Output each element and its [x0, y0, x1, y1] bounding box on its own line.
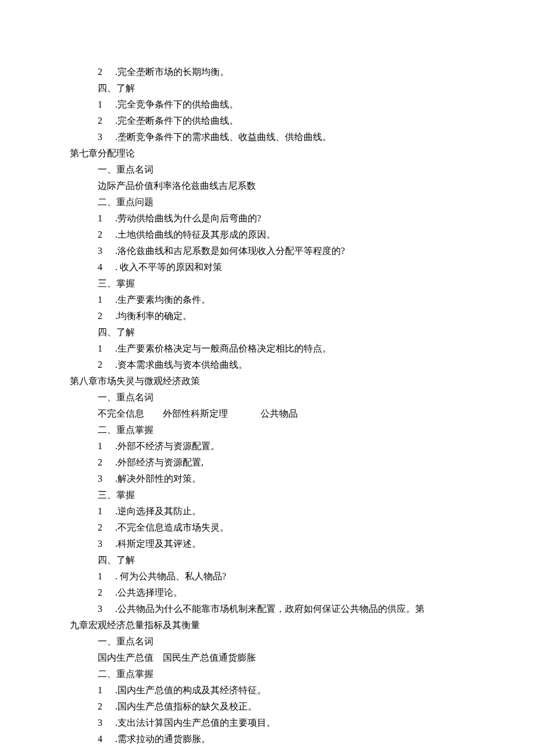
item-text: .均衡利率的确定。 [115, 308, 192, 324]
item-text: .需求拉动的通货膨胀。 [115, 731, 211, 747]
list-item: 3.垄断竞争条件下的需求曲线、收益曲线、供给曲线。 [70, 129, 465, 145]
list-item: 2.完全垄断条件下的供给曲线。 [70, 113, 465, 129]
item-text: .劳动供给曲线为什么是向后弯曲的? [115, 210, 261, 227]
item-text: .支出法计算国内生产总值的主要项目。 [115, 715, 276, 731]
item-text: .资本需求曲线与资本供给曲线。 [115, 357, 248, 373]
text-line: 一、重点名词 [70, 389, 465, 406]
list-item: 3.洛伦兹曲线和吉尼系数是如何体现收入分配平等程度的? [70, 243, 465, 259]
item-number: 4 [98, 259, 115, 275]
item-number: 2 [98, 308, 115, 324]
text-line: 二、重点问题 [70, 194, 465, 210]
item-number: 1 [98, 96, 115, 113]
item-number: 4 [98, 731, 115, 747]
item-text: . 收入不平等的原因和对策 [115, 259, 222, 275]
item-number: 2 [98, 227, 115, 243]
list-item: 1.生产要素价格决定与一般商品价格决定相比的特点。 [70, 341, 465, 357]
item-text: . 何为公共物品、私人物品? [115, 568, 226, 585]
item-text: .逆向选择及其防止。 [115, 503, 201, 519]
list-item: 4.需求拉动的通货膨胀。 [70, 731, 465, 747]
text-line: 九章宏观经济总量指标及其衡量 [70, 617, 465, 633]
item-number: 3 [98, 243, 115, 259]
list-item: 4. 收入不平等的原因和对策 [70, 259, 465, 275]
text-line: 二、重点掌握 [70, 422, 465, 438]
document-page: 2.完全垄断市场的长期均衡。四、了解1.完全竞争条件下的供给曲线。2.完全垄断条… [0, 0, 535, 756]
item-number: 2 [98, 64, 115, 80]
item-number: 3 [98, 129, 115, 145]
list-item: 3.科斯定理及其评述。 [70, 536, 465, 552]
list-item: 2.不完全信息造成市场失灵。 [70, 519, 465, 536]
item-number: 1 [98, 341, 115, 357]
item-text: .生产要素均衡的条件。 [115, 292, 211, 308]
text-line: 边际产品价值利率洛伦兹曲线吉尼系数 [70, 178, 465, 194]
list-item: 2.均衡利率的确定。 [70, 308, 465, 324]
list-item: 1.生产要素均衡的条件。 [70, 292, 465, 308]
item-text: .国内生产总值的构成及其经济特征。 [115, 682, 266, 698]
item-text: .外部经济与资源配置, [115, 454, 204, 471]
item-number: 2 [98, 698, 115, 715]
item-text: .公共物品为什么不能靠市场机制来配置，政府如何保证公共物品的供应。第 [115, 601, 425, 617]
item-text: .外部不经济与资源配置。 [115, 438, 220, 454]
list-item: 1. 何为公共物品、私人物品? [70, 568, 465, 585]
text-line: 四、了解 [70, 552, 465, 568]
text-line: 三、掌握 [70, 487, 465, 503]
item-text: .完全垄断条件下的供给曲线。 [115, 113, 238, 129]
text-line: 一、重点名词 [70, 633, 465, 650]
item-text: .国内生产总值指标的缺欠及校正。 [115, 698, 257, 715]
item-text: .科斯定理及其评述。 [115, 536, 201, 552]
item-number: 1 [98, 682, 115, 698]
list-item: 1.完全竞争条件下的供给曲线。 [70, 96, 465, 113]
list-item: 1.国内生产总值的构成及其经济特征。 [70, 682, 465, 698]
item-number: 2 [98, 454, 115, 471]
list-item: 2.土地供给曲线的特征及其形成的原因。 [70, 227, 465, 243]
text-line: 三、掌握 [70, 275, 465, 292]
item-number: 1 [98, 438, 115, 454]
item-number: 2 [98, 585, 115, 601]
list-item: 3.支出法计算国内生产总值的主要项目。 [70, 715, 465, 731]
item-text: .不完全信息造成市场失灵。 [115, 519, 229, 536]
list-item: 1.劳动供给曲线为什么是向后弯曲的? [70, 210, 465, 227]
item-number: 1 [98, 568, 115, 585]
list-item: 2.外部经济与资源配置, [70, 454, 465, 471]
item-number: 3 [98, 471, 115, 487]
list-item: 2.资本需求曲线与资本供给曲线。 [70, 357, 465, 373]
text-line: 四、了解 [70, 324, 465, 341]
item-number: 3 [98, 715, 115, 731]
text-line: 一、重点名词 [70, 162, 465, 178]
list-item: 2.公共选择理论。 [70, 585, 465, 601]
item-text: .公共选择理论。 [115, 585, 183, 601]
list-item: 2.国内生产总值指标的缺欠及校正。 [70, 698, 465, 715]
list-item: 1.外部不经济与资源配置。 [70, 438, 465, 454]
text-line: 四、了解 [70, 80, 465, 96]
item-text: .土地供给曲线的特征及其形成的原因。 [115, 227, 276, 243]
item-number: 1 [98, 292, 115, 308]
text-line: 二、重点掌握 [70, 666, 465, 682]
text-line: 不完全信息 外部性科斯定理 公共物品 [70, 406, 465, 422]
item-text: .洛伦兹曲线和吉尼系数是如何体现收入分配平等程度的? [115, 243, 345, 259]
item-text: .生产要素价格决定与一般商品价格决定相比的特点。 [115, 341, 331, 357]
item-number: 3 [98, 536, 115, 552]
item-text: .完全竞争条件下的供给曲线。 [115, 96, 238, 113]
item-number: 1 [98, 210, 115, 227]
text-line: 第八章市场失灵与微观经济政策 [70, 373, 465, 389]
list-item: 3.解决外部性的对策。 [70, 471, 465, 487]
item-text: .完全垄断市场的长期均衡。 [115, 64, 229, 80]
item-number: 2 [98, 519, 115, 536]
list-item: 3.公共物品为什么不能靠市场机制来配置，政府如何保证公共物品的供应。第 [70, 601, 465, 617]
text-line: 第七章分配理论 [70, 145, 465, 162]
item-number: 1 [98, 503, 115, 519]
item-text: .垄断竞争条件下的需求曲线、收益曲线、供给曲线。 [115, 129, 331, 145]
list-item: 2.完全垄断市场的长期均衡。 [70, 64, 465, 80]
item-number: 3 [98, 601, 115, 617]
list-item: 1.逆向选择及其防止。 [70, 503, 465, 519]
text-line: 国内生产总值 国民生产总值通货膨胀 [70, 650, 465, 666]
item-text: .解决外部性的对策。 [115, 471, 201, 487]
item-number: 2 [98, 357, 115, 373]
item-number: 2 [98, 113, 115, 129]
